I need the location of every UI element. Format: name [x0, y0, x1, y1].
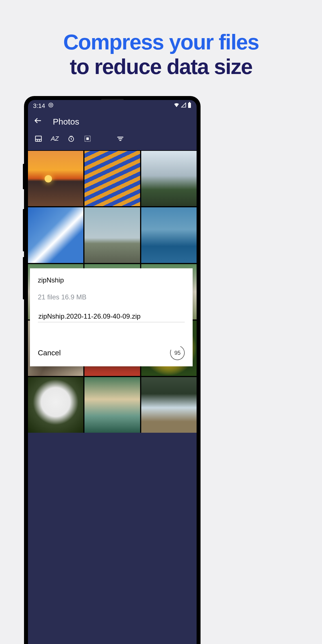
headline-line-2: to reduce data size [0, 54, 322, 79]
svg-point-1 [50, 104, 52, 106]
photo-thumbnail[interactable] [28, 151, 83, 206]
view-grid-icon[interactable] [34, 134, 43, 143]
phone-mockup: 3:14 [24, 96, 201, 644]
svg-rect-10 [119, 140, 121, 141]
photo-thumbnail[interactable] [84, 207, 140, 263]
status-bar: 3:14 [28, 100, 197, 112]
photo-thumbnail[interactable] [28, 377, 83, 432]
compress-dialog: zipNship 21 files 16.9 MB Cancel 95 [30, 268, 193, 366]
svg-rect-8 [118, 137, 123, 138]
svg-rect-9 [118, 138, 122, 139]
photo-thumbnail[interactable] [141, 207, 197, 263]
app-bar: Photos [28, 112, 197, 128]
sort-time-icon[interactable] [67, 134, 75, 143]
photo-thumbnail[interactable] [28, 207, 83, 263]
signal-icon [181, 102, 186, 110]
photo-thumbnail[interactable] [84, 377, 140, 432]
dnd-icon [48, 102, 54, 110]
sort-az-icon[interactable]: AZ [51, 134, 59, 143]
headline-line-1: Compress your files [0, 30, 322, 54]
cancel-button[interactable]: Cancel [38, 349, 61, 357]
dialog-file-info: 21 files 16.9 MB [38, 293, 185, 301]
svg-rect-7 [86, 138, 89, 140]
page-title: Photos [53, 117, 79, 127]
select-all-icon[interactable] [83, 134, 92, 143]
battery-icon [188, 102, 192, 110]
photo-thumbnail[interactable] [141, 151, 197, 206]
filter-icon[interactable] [116, 134, 125, 143]
promo-headline: Compress your files to reduce data size [0, 0, 322, 79]
progress-indicator: 95 [168, 343, 187, 362]
svg-point-0 [49, 103, 53, 107]
svg-rect-4 [36, 136, 42, 142]
wifi-icon [173, 102, 180, 110]
status-time: 3:14 [33, 102, 45, 110]
photo-thumbnail[interactable] [84, 151, 140, 206]
back-button[interactable] [34, 116, 42, 127]
toolbar: AZ [28, 128, 197, 150]
photo-thumbnail[interactable] [141, 377, 197, 432]
svg-rect-2 [188, 103, 191, 108]
filename-input[interactable] [38, 311, 185, 322]
svg-rect-3 [189, 102, 190, 103]
progress-value: 95 [174, 350, 180, 356]
dialog-title: zipNship [38, 276, 185, 284]
